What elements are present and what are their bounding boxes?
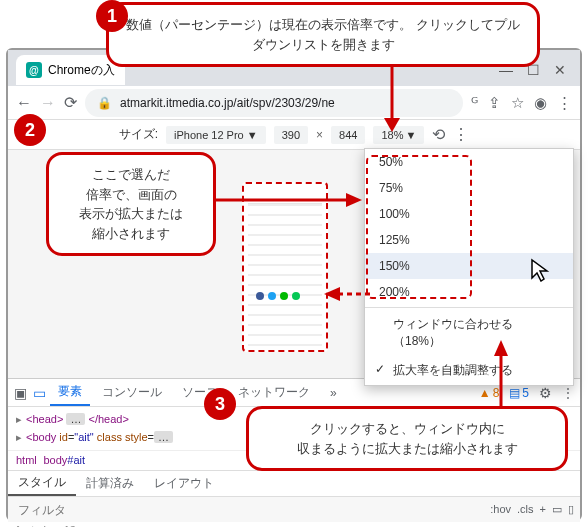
tab-title: Chromeの入 bbox=[48, 62, 115, 79]
arrow-2b bbox=[322, 284, 372, 304]
hov-toggle[interactable]: :hov bbox=[490, 503, 511, 516]
inspect-icon[interactable]: ▣ bbox=[14, 385, 27, 401]
gear-icon[interactable]: ⚙ bbox=[539, 385, 552, 401]
tab-more[interactable]: » bbox=[322, 379, 345, 406]
width-input[interactable]: 390 bbox=[274, 126, 308, 144]
arrow-3 bbox=[486, 340, 516, 410]
styles-filter-bar: :hov .cls + ▭ ▯ bbox=[8, 496, 580, 522]
styles-subtabs: スタイル 計算済み レイアウト bbox=[8, 470, 580, 496]
url-actions: ᴳ ⇪ ☆ ◉ ⋮ bbox=[471, 94, 572, 112]
device-toggle-icon[interactable]: ▭ bbox=[33, 385, 46, 401]
share-icon[interactable]: ⇪ bbox=[488, 94, 501, 112]
reload-icon[interactable]: ⟳ bbox=[64, 93, 77, 112]
menu-icon[interactable]: ⋮ bbox=[557, 94, 572, 112]
close-icon[interactable]: ✕ bbox=[554, 62, 566, 78]
device-select[interactable]: iPhone 12 Pro ▼ bbox=[166, 126, 266, 144]
svg-marker-3 bbox=[346, 193, 362, 207]
styles-more-icon[interactable]: ▯ bbox=[568, 503, 574, 516]
cls-toggle[interactable]: .cls bbox=[517, 503, 534, 516]
callout-1: 数値（パーセンテージ）は現在の表示倍率です。 クリックしてプルダウンリストを開き… bbox=[106, 2, 540, 67]
size-label: サイズ: bbox=[119, 126, 158, 143]
svg-marker-5 bbox=[324, 287, 340, 301]
height-input[interactable]: 844 bbox=[331, 126, 365, 144]
subtab-computed[interactable]: 計算済み bbox=[76, 471, 144, 496]
bookmark-icon[interactable]: ☆ bbox=[511, 94, 524, 112]
arrow-1 bbox=[370, 56, 420, 136]
subtab-styles[interactable]: スタイル bbox=[8, 471, 76, 496]
device-toolbar: サイズ: iPhone 12 Pro ▼ 390 × 844 18% ▼ ⟲ ⋮ bbox=[8, 120, 580, 150]
translate-icon[interactable]: ᴳ bbox=[471, 94, 478, 112]
times-icon: × bbox=[316, 128, 323, 142]
url-bar: ← → ⟳ 🔒 atmarkit.itmedia.co.jp/ait/spv/2… bbox=[8, 86, 580, 120]
callout-1-text: 数値（パーセンテージ）は現在の表示倍率です。 クリックしてプルダウンリストを開き… bbox=[126, 17, 520, 52]
tab-network[interactable]: ネットワーク bbox=[230, 379, 318, 406]
svg-marker-7 bbox=[494, 340, 508, 356]
zoom-auto-adjust[interactable]: 拡大率を自動調整する bbox=[365, 356, 573, 385]
callout-3: クリックすると、ウィンドウ内に 収まるように拡大または縮小されます bbox=[246, 406, 568, 471]
zoom-fit-window[interactable]: ウィンドウに合わせる（18%） bbox=[365, 310, 573, 356]
highlight-zoom-list bbox=[366, 155, 472, 299]
svg-marker-1 bbox=[384, 118, 400, 132]
badge-2: 2 bbox=[14, 114, 46, 146]
subtab-layout[interactable]: レイアウト bbox=[144, 471, 224, 496]
callout-2-text: ここで選んだ 倍率で、画面の 表示が拡大または 縮小されます bbox=[79, 167, 183, 241]
filter-input[interactable] bbox=[14, 501, 490, 519]
rotate-icon[interactable]: ⟲ bbox=[432, 125, 445, 144]
tab-console[interactable]: コンソール bbox=[94, 379, 170, 406]
devtools-more-icon[interactable]: ⋮ bbox=[562, 386, 574, 400]
badge-1: 1 bbox=[96, 0, 128, 32]
device-more-icon[interactable]: ⋮ bbox=[453, 125, 469, 144]
styles-toggle-icon[interactable]: ▭ bbox=[552, 503, 562, 516]
cursor-icon bbox=[530, 258, 552, 288]
arrow-2 bbox=[216, 190, 366, 210]
forward-icon[interactable]: → bbox=[40, 94, 56, 112]
css-rule[interactable]: font-size: 13px; bbox=[8, 522, 580, 527]
back-icon[interactable]: ← bbox=[16, 94, 32, 112]
url-text: atmarkit.itmedia.co.jp/ait/spv/2303/29/n… bbox=[120, 96, 335, 110]
favicon: @ bbox=[26, 62, 42, 78]
account-icon[interactable]: ◉ bbox=[534, 94, 547, 112]
add-rule-icon[interactable]: + bbox=[540, 503, 546, 516]
lock-icon: 🔒 bbox=[97, 96, 112, 110]
callout-3-text: クリックすると、ウィンドウ内に 収まるように拡大または縮小されます bbox=[297, 421, 518, 456]
tab-elements[interactable]: 要素 bbox=[50, 379, 90, 406]
badge-3: 3 bbox=[204, 388, 236, 420]
callout-2: ここで選んだ 倍率で、画面の 表示が拡大または 縮小されます bbox=[46, 152, 216, 256]
